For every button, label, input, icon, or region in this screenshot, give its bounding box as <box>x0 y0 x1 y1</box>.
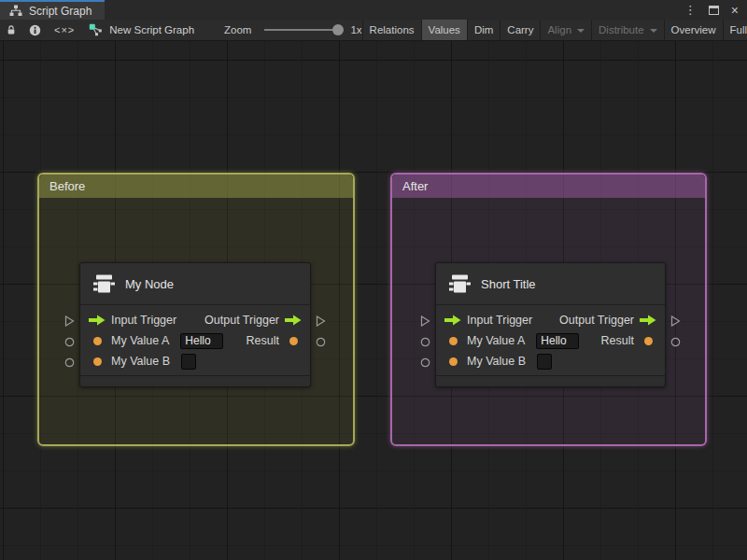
value-connector-right[interactable] <box>316 337 326 347</box>
tab-title: Script Graph <box>29 5 92 18</box>
graph-name-label: New Script Graph <box>109 24 194 35</box>
group-title: Before <box>49 179 85 193</box>
values-button[interactable]: Values <box>422 20 467 40</box>
value-connector-left[interactable] <box>420 357 430 368</box>
port-label: Result <box>601 334 634 347</box>
port-row: My Value B <box>89 351 302 371</box>
node-ports: Input Trigger Output Trigger My Value A <box>436 305 665 375</box>
graph-canvas[interactable]: Before After My Node <box>0 41 747 560</box>
value-a-input[interactable] <box>536 333 579 349</box>
port-row: My Value A Result <box>444 330 656 351</box>
script-graph-window: Script Graph ⋮ × <×> <box>0 0 747 560</box>
port-label: Output Trigger <box>204 314 279 327</box>
value-input-icon[interactable] <box>444 357 461 366</box>
node-header[interactable]: My Node <box>80 263 310 305</box>
node-header[interactable]: Short Title <box>436 263 665 305</box>
flow-connector-right[interactable] <box>316 315 326 327</box>
port-row: Input Trigger Output Trigger <box>444 310 656 330</box>
zoom-slider-handle[interactable] <box>332 24 344 35</box>
flow-connector-left[interactable] <box>64 315 75 327</box>
value-b-port[interactable]: My Value B <box>444 354 552 370</box>
maximize-icon[interactable] <box>709 6 719 15</box>
dim-button[interactable]: Dim <box>468 20 500 40</box>
relations-button[interactable]: Relations <box>363 20 421 40</box>
node-title: My Node <box>125 277 174 291</box>
output-trigger-port[interactable]: Output Trigger <box>559 314 656 327</box>
value-input-icon[interactable] <box>444 337 461 345</box>
unit-icon <box>447 273 472 295</box>
input-trigger-port[interactable]: Input Trigger <box>89 314 176 327</box>
group-header[interactable]: After <box>392 175 705 198</box>
tab-script-graph[interactable]: Script Graph <box>0 0 105 20</box>
port-label: My Value B <box>111 355 170 368</box>
toolbar-view-buttons: Relations Values Dim Carry Align Distrib… <box>362 20 747 40</box>
lock-icon <box>7 23 16 36</box>
node-my-node[interactable]: My Node Input Trigger Output Trigger <box>79 262 311 387</box>
zoom-label: Zoom <box>224 24 251 35</box>
input-trigger-port[interactable]: Input Trigger <box>444 314 532 327</box>
overview-button[interactable]: Overview <box>665 20 723 40</box>
value-b-port[interactable]: My Value B <box>89 354 196 370</box>
window-menu-icon[interactable]: ⋮ <box>684 4 697 16</box>
value-output-icon[interactable] <box>640 337 656 345</box>
tab-bar: Script Graph ⋮ × <box>0 0 747 20</box>
info-button[interactable] <box>22 20 48 40</box>
chevron-down-icon <box>577 29 585 33</box>
code-view-button[interactable]: <×> <box>48 20 81 40</box>
distribute-dropdown: Distribute <box>592 20 664 40</box>
carry-button[interactable]: Carry <box>500 20 540 40</box>
node-footer <box>80 375 310 386</box>
port-label: My Value B <box>467 355 526 368</box>
group-title: After <box>402 179 428 193</box>
flow-output-icon[interactable] <box>285 315 302 326</box>
port-label: Input Trigger <box>111 314 176 327</box>
graph-hierarchy-icon <box>9 5 22 17</box>
zoom-control: Zoom 1x <box>224 20 362 40</box>
value-connector-left[interactable] <box>64 357 75 368</box>
unit-icon <box>92 273 116 295</box>
value-a-port[interactable]: My Value A <box>89 333 223 349</box>
port-label: My Value A <box>467 334 525 347</box>
info-icon <box>29 24 41 36</box>
lock-button[interactable] <box>0 20 22 40</box>
port-row: My Value B <box>444 351 656 371</box>
node-short-title[interactable]: Short Title Input Trigger Output Trigger <box>435 262 666 387</box>
align-dropdown: Align <box>541 20 591 40</box>
value-connector-right[interactable] <box>670 337 681 347</box>
group-header[interactable]: Before <box>39 175 353 198</box>
value-a-input[interactable] <box>180 333 223 349</box>
result-port[interactable]: Result <box>601 334 656 347</box>
value-input-icon[interactable] <box>89 357 106 366</box>
graph-name: New Script Graph <box>81 20 204 40</box>
value-b-input[interactable] <box>537 354 552 370</box>
zoom-value: 1x <box>350 24 361 35</box>
distribute-label: Distribute <box>599 24 644 35</box>
value-input-icon[interactable] <box>89 337 106 345</box>
flow-connector-right[interactable] <box>670 315 681 327</box>
flow-input-icon[interactable] <box>444 315 461 326</box>
fullscreen-button[interactable]: Full Scr <box>724 20 747 40</box>
value-output-icon[interactable] <box>285 337 302 345</box>
value-connector-left[interactable] <box>64 337 75 347</box>
node-ports: Input Trigger Output Trigger My Value A <box>80 305 310 375</box>
node-title: Short Title <box>481 277 536 291</box>
port-label: Result <box>247 334 279 347</box>
align-label: Align <box>547 24 571 35</box>
close-icon[interactable]: × <box>731 4 739 17</box>
value-connector-left[interactable] <box>420 337 430 347</box>
value-a-port[interactable]: My Value A <box>444 333 579 349</box>
port-label: Input Trigger <box>467 314 532 327</box>
flow-input-icon[interactable] <box>89 315 106 326</box>
port-label: My Value A <box>111 334 169 347</box>
port-label: Output Trigger <box>559 314 634 327</box>
flow-connector-left[interactable] <box>420 315 430 327</box>
graph-toolbar: <×> New Script Graph Zoom 1x Relations V… <box>0 20 747 41</box>
node-footer <box>436 375 665 386</box>
value-b-input[interactable] <box>181 354 196 370</box>
zoom-slider-track[interactable] <box>264 29 339 31</box>
result-port[interactable]: Result <box>247 334 302 347</box>
flow-output-icon[interactable] <box>640 315 656 326</box>
output-trigger-port[interactable]: Output Trigger <box>204 314 302 327</box>
chevron-down-icon <box>650 29 657 33</box>
script-graph-icon <box>89 23 103 36</box>
